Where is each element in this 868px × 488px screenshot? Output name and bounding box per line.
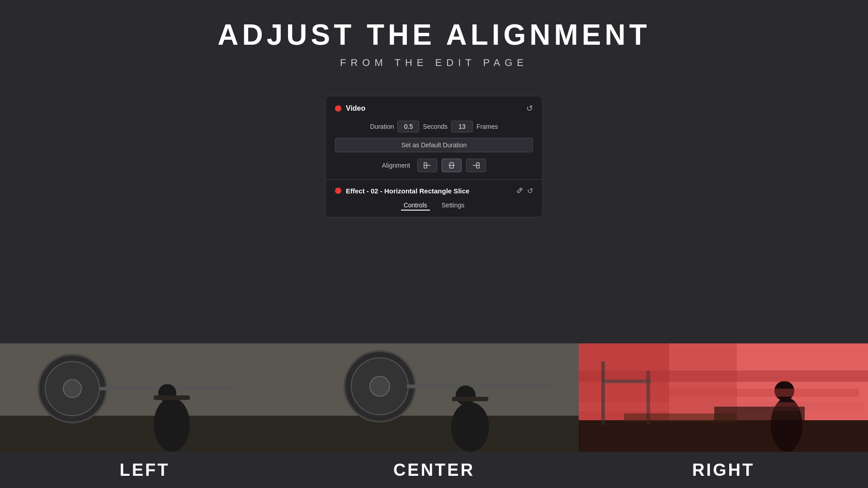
- duration-seconds-value[interactable]: 0.5: [397, 121, 419, 132]
- svg-rect-19: [289, 416, 579, 452]
- thumbnail-left-label: LEFT: [0, 452, 289, 488]
- center-video-frame: [289, 343, 579, 452]
- svg-rect-35: [588, 389, 859, 397]
- panel-header: Video ↺: [335, 103, 533, 113]
- center-label-text: CENTER: [393, 460, 475, 480]
- panel-container: Video ↺ Duration 0.5 Seconds 13 Frames S…: [0, 96, 868, 217]
- video-indicator-dot: [335, 105, 341, 112]
- tabs-row: Controls Settings: [335, 201, 533, 217]
- effect-title-row: Effect - 02 - Horizontal Rectangle Slice: [335, 187, 469, 195]
- svg-rect-9: [0, 416, 289, 452]
- thumbnail-left: LEFT: [0, 343, 289, 488]
- thumbnail-right-image: [579, 343, 868, 452]
- thumbnail-right-label: RIGHT: [579, 452, 868, 488]
- video-panel: Video ↺ Duration 0.5 Seconds 13 Frames S…: [326, 96, 542, 217]
- alignment-left-button[interactable]: [417, 159, 437, 172]
- svg-point-22: [370, 376, 390, 396]
- set-default-duration-button[interactable]: Set as Default Duration: [335, 138, 533, 152]
- align-left-icon: [423, 161, 431, 169]
- svg-rect-37: [601, 361, 605, 425]
- tab-controls[interactable]: Controls: [401, 201, 430, 211]
- alignment-center-button[interactable]: [442, 159, 462, 172]
- reset-effect-icon[interactable]: ↺: [527, 187, 533, 195]
- thumbnail-center-label: CENTER: [289, 452, 579, 488]
- duration-row: Duration 0.5 Seconds 13 Frames: [335, 121, 533, 132]
- svg-point-12: [63, 380, 81, 398]
- svg-rect-16: [154, 395, 190, 400]
- reset-icon[interactable]: ↺: [526, 103, 533, 113]
- thumbnail-right: RIGHT: [579, 343, 868, 488]
- svg-point-25: [456, 385, 476, 405]
- svg-rect-23: [407, 385, 552, 388]
- align-center-icon: [448, 161, 456, 169]
- alignment-row: Alignment: [335, 159, 533, 172]
- thumbnails-container: LEFT: [0, 343, 868, 488]
- effect-indicator-dot: [335, 188, 341, 194]
- page-header: ADJUST THE ALIGNMENT FROM THE EDIT PAGE: [0, 0, 868, 69]
- thumbnail-center-image: [289, 343, 579, 452]
- svg-rect-18: [289, 343, 579, 416]
- effect-title: Effect - 02 - Horizontal Rectangle Slice: [346, 187, 469, 195]
- right-video-frame: [579, 343, 868, 452]
- svg-rect-39: [601, 380, 651, 383]
- effect-icons: ↺: [516, 186, 533, 195]
- svg-point-24: [451, 402, 489, 452]
- duration-label: Duration: [370, 123, 394, 130]
- alignment-right-button[interactable]: [466, 159, 486, 172]
- panel-title-row: Video: [335, 104, 365, 113]
- thumbnail-center: CENTER: [289, 343, 579, 488]
- duration-frames-unit: Frames: [476, 123, 498, 130]
- tab-settings[interactable]: Settings: [439, 201, 467, 211]
- left-video-frame: [0, 343, 289, 452]
- sub-title: FROM THE EDIT PAGE: [0, 57, 868, 69]
- align-right-icon: [472, 161, 480, 169]
- right-label-text: RIGHT: [692, 460, 755, 480]
- effect-row: Effect - 02 - Horizontal Rectangle Slice…: [335, 180, 533, 201]
- svg-rect-29: [579, 420, 868, 452]
- svg-point-14: [154, 398, 190, 452]
- main-title: ADJUST THE ALIGNMENT: [0, 18, 868, 52]
- alignment-label: Alignment: [382, 162, 410, 169]
- svg-rect-26: [452, 397, 488, 401]
- edit-effect-icon[interactable]: [516, 186, 524, 195]
- panel-title: Video: [346, 104, 365, 113]
- svg-line-6: [520, 189, 521, 190]
- duration-seconds-unit: Seconds: [423, 123, 447, 130]
- thumbnail-left-image: [0, 343, 289, 452]
- duration-frames-value[interactable]: 13: [451, 121, 473, 132]
- left-label-text: LEFT: [120, 460, 170, 480]
- svg-rect-41: [624, 413, 737, 422]
